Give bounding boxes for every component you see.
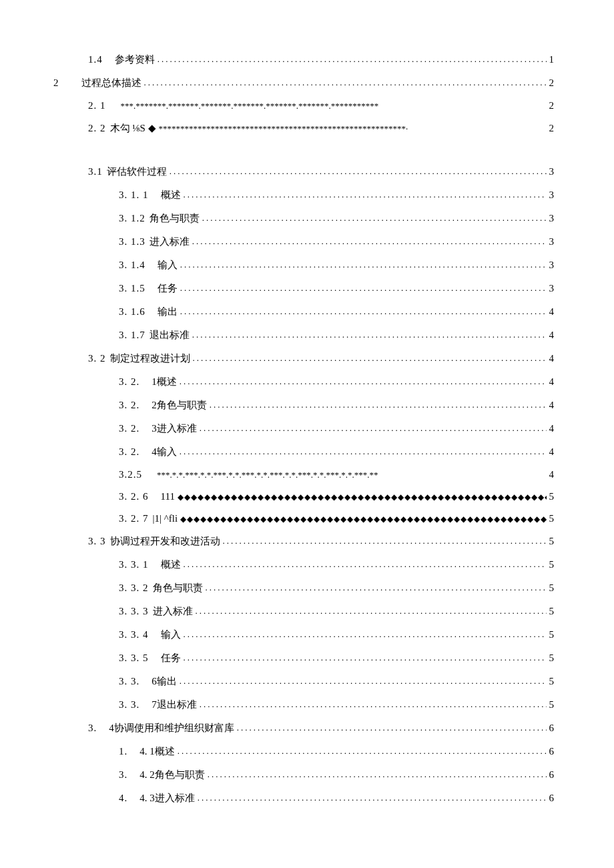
toc-entry: 2. 2木勾 ⅛S ◆ ****************************… [60, 122, 554, 135]
toc-page: 4 [549, 330, 555, 341]
toc-entry: 3. 2. 7 |1| ^fli ◆◆◆◆◆◆◆◆◆◆◆◆◆◆◆◆◆◆◆◆◆◆◆… [60, 513, 554, 524]
toc-entry: 3. 1.4输入 3 [60, 259, 554, 272]
toc-page: 3 [549, 189, 555, 201]
toc-leader [223, 536, 547, 546]
toc-title: 参考资料 [115, 53, 155, 66]
toc-entry: 2过程总体描述2 [60, 77, 554, 89]
toc-entry: 3.2.5 ***.*.*.***.*.*.***.*.*.***.*.*.**… [60, 469, 554, 480]
toc-number: 3. 3. 2 [119, 582, 149, 594]
toc-entry: 3. 3.7退出标准5 [60, 699, 554, 711]
toc-leader: ****************************************… [159, 123, 547, 134]
toc-page: 2 [549, 77, 555, 89]
toc-number: 2. 2 [88, 123, 106, 134]
toc-entry: 4.4. 3进入标准6 [60, 792, 554, 805]
toc-title: 4协调使用和维护组织财富库 [109, 722, 234, 735]
toc-number: 3. 2. [119, 376, 139, 388]
toc-number: 3. [119, 769, 127, 781]
toc-number: 3. 3 [88, 536, 106, 547]
toc-title: 111 [161, 491, 175, 502]
toc-number: 4. [119, 793, 127, 804]
toc-chapter-number: 2 [53, 77, 59, 89]
toc-leader [144, 77, 547, 88]
toc-title: 1概述 [151, 376, 177, 388]
toc-page: 3 [549, 283, 555, 294]
toc-leader: ◆◆◆◆◆◆◆◆◆◆◆◆◆◆◆◆◆◆◆◆◆◆◆◆◆◆◆◆◆◆◆◆◆◆◆◆◆◆◆◆… [180, 514, 546, 524]
toc-page: 4 [549, 423, 555, 434]
toc-entry: 3.4. 2角色与职责6 [60, 769, 554, 781]
toc-leader [178, 746, 547, 757]
toc-leader [196, 606, 547, 616]
toc-title: 7退出标准 [151, 699, 197, 711]
toc-entry: 1.4参考资料1 [60, 53, 554, 66]
toc-number: 3. 1.3 [119, 236, 145, 248]
toc-title: 角色与职责 [153, 582, 203, 594]
toc-page: 6 [549, 769, 555, 781]
toc-leader [206, 582, 547, 593]
toc-entry: 3. 3. 3进入标准 5 [60, 605, 554, 618]
toc-entry: 3. 2.2角色与职责 4 [60, 399, 554, 412]
toc-page: 4 [549, 306, 555, 318]
toc-title: 木勾 ⅛S ◆ [110, 122, 156, 135]
toc-leader: ◆◆◆◆◆◆◆◆◆◆◆◆◆◆◆◆◆◆◆◆◆◆◆◆◆◆◆◆◆◆◆◆◆◆◆◆◆◆◆◆… [178, 492, 547, 502]
toc-entry: 3.1评估软件过程3 [60, 165, 554, 178]
toc-page: 6 [549, 746, 555, 757]
toc-entry: 3. 1.5任务 3 [60, 282, 554, 295]
toc-entry: 3. 1.6输出 4 [60, 306, 554, 318]
toc-number: 3. 1.6 [119, 306, 145, 318]
toc-number: 3.2.5 [119, 469, 142, 480]
toc-entry: 3. 1.2角色与职责3 [60, 212, 554, 225]
toc-page: 4 [549, 469, 555, 480]
toc-number: 1. [119, 746, 127, 757]
toc-title: 概述 [161, 189, 181, 201]
toc-number: 3. 2. [119, 400, 139, 411]
toc-number: 3. [88, 723, 97, 734]
toc-number: 3. 3. 5 [119, 653, 149, 664]
toc-leader [237, 723, 547, 733]
toc-leader [198, 793, 547, 803]
toc-entry: 3. 1. 1概述 3 [60, 189, 554, 201]
toc-entry: 3. 3.6输出 5 [60, 675, 554, 688]
toc-leader [180, 676, 547, 687]
toc-number: 3.1 [88, 166, 103, 177]
toc-title: |1| ^fli [153, 513, 178, 524]
toc-leader [210, 400, 547, 410]
toc-title: 制定过程改进计划 [110, 352, 190, 365]
toc-title: 6输出 [151, 675, 177, 688]
toc-number: 3. 3. [119, 699, 139, 711]
toc-leader [180, 376, 547, 387]
toc-page: 5 [549, 513, 555, 524]
toc-page: 5 [549, 653, 555, 664]
toc-title: 输入 [161, 628, 181, 641]
toc-entry: 1.4. 1概述 6 [60, 745, 554, 758]
toc-page: 5 [549, 699, 555, 711]
toc-number: 3. 1. 1 [119, 189, 149, 201]
toc-page: 1 [549, 54, 555, 65]
toc-title: 4. 1概述 [139, 745, 175, 758]
toc-leader [200, 423, 547, 434]
toc-leader [180, 260, 547, 270]
toc-entry: 3. 2.3进入标准 4 [60, 422, 554, 435]
toc-title: 输入 [158, 259, 178, 272]
toc-title: 4输入 [151, 446, 177, 458]
toc-leader [184, 653, 547, 663]
toc-page: 5 [549, 676, 555, 687]
toc-leader [170, 166, 547, 177]
toc-entry: 3. 3. 4输入 5 [60, 628, 554, 641]
toc-title: 进入标准 [149, 236, 190, 248]
toc-number: 3. 3. 1 [119, 559, 149, 570]
toc-title: 任务 [158, 282, 178, 295]
toc-page: 3 [549, 260, 555, 271]
toc-title: 任务 [161, 652, 181, 665]
toc-page: 4 [549, 353, 555, 364]
toc-title: 概述 [161, 558, 181, 571]
toc-page: 5 [549, 491, 555, 502]
toc-entry: 3. 3. 5任务 5 [60, 652, 554, 665]
toc-number: 3. 2. 7 [119, 513, 149, 524]
toc-number: 3. 3. [119, 676, 139, 687]
toc-title: 协调过程开发和改进活动 [110, 535, 220, 548]
toc-leader [184, 189, 547, 200]
toc-title: 2角色与职责 [151, 399, 207, 412]
toc-entry: 3. 3. 1概述 5 [60, 558, 554, 571]
toc-entry: 3.4协调使用和维护组织财富库 6 [60, 722, 554, 735]
toc-title: 退出标准 [149, 329, 190, 342]
